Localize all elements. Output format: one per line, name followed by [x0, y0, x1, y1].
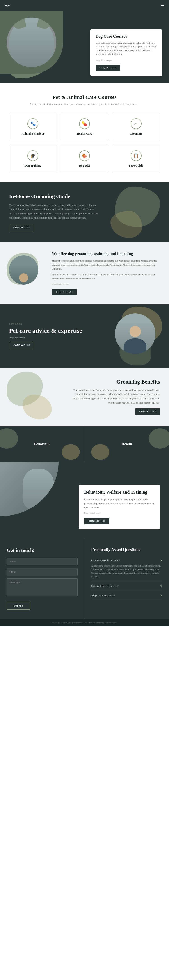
- faq-title: Frequently Asked Questions: [91, 547, 162, 552]
- courses-grid: 🐾 Animal Behaviour 💊 Health Care ✂ Groom…: [9, 113, 160, 173]
- grooming-contact-btn[interactable]: CONTACT US: [9, 224, 34, 231]
- offer-img-credit: Image from Freepik: [52, 282, 160, 285]
- petcare-person-head: [129, 326, 141, 337]
- petcare-content: PET CARE Pet care advice & expertise Ima…: [9, 323, 108, 349]
- faq-item-1[interactable]: Quisque fringilla nisl amet? ∨: [91, 581, 162, 591]
- petcare-contact-btn[interactable]: CONTACT US: [9, 342, 34, 349]
- hero-img-credit: Image from Freepik: [96, 59, 157, 62]
- benefits-section: Grooming Benefits The countdown is on! G…: [0, 368, 169, 426]
- footer: Copyright © 2023 All rights reserved | T…: [0, 619, 169, 627]
- dog-ear-left: [10, 18, 27, 30]
- message-group: [7, 578, 78, 597]
- hero-title: Dog Care Courses: [96, 34, 157, 39]
- welfare-card: Behaviour, Welfare and Training Lectus s…: [79, 485, 160, 529]
- course-label: Dog Diet: [64, 164, 105, 167]
- faq-item-0[interactable]: Praesent odio efficitur lorem? ∧ Aliquet…: [91, 556, 162, 581]
- behaviour-health-row: Behaviour Health: [0, 426, 169, 462]
- dog-ear-right: [37, 18, 54, 30]
- benefits-contact-btn[interactable]: CONTACT US: [135, 408, 160, 415]
- faq-question-1: Quisque fringilla nisl amet? ∨: [91, 584, 162, 588]
- behaviour-title: Behaviour: [34, 442, 50, 446]
- name-group: [7, 558, 78, 565]
- petcare-person-circle: [115, 313, 155, 354]
- course-grooming[interactable]: ✂ Grooming: [112, 113, 160, 141]
- course-free-guide[interactable]: 📋 Free Guide: [112, 145, 160, 173]
- faq-question-text-1: Quisque fringilla nisl amet?: [91, 584, 119, 587]
- faq-question-2: Aliquam sit amet dolor? ∨: [91, 593, 162, 597]
- benefits-content: Grooming Benefits The countdown is on! G…: [70, 379, 160, 415]
- health-blob: [149, 428, 169, 449]
- offer-desc1: Sit amet viverra nam libero justo laoree…: [52, 259, 160, 271]
- course-health-care[interactable]: 💊 Health Care: [61, 113, 108, 141]
- petcare-person-body: [124, 338, 147, 354]
- free-guide-icon: 📋: [131, 150, 142, 161]
- welfare-contact-btn[interactable]: CONTACT US: [84, 518, 109, 524]
- grooming-icon: ✂: [131, 118, 142, 129]
- faq-answer-0: Aliquet porta dolor sit amet, consectetu…: [91, 564, 162, 578]
- benefits-title: Grooming Benefits: [70, 379, 160, 385]
- person-silhouette: [9, 255, 38, 285]
- petcare-person-silhouette: [115, 313, 155, 354]
- welfare-section: Behaviour, Welfare and Training Lectus s…: [0, 462, 169, 538]
- health-item: Health: [84, 426, 169, 462]
- course-dog-diet[interactable]: 🍖 Dog Diet: [61, 145, 108, 173]
- petcare-img-credit: Image from Freepik: [9, 336, 108, 339]
- hero-card: Dog Care Courses Duis aute irure dolor i…: [90, 29, 162, 76]
- grooming-title: In-Home Grooming Guide: [9, 193, 99, 199]
- courses-subtitle: Sullam nec nisi at interdum nunc diam. I…: [9, 102, 160, 106]
- benefits-blob-gold: [22, 395, 52, 419]
- dog-diet-icon: 🍖: [79, 150, 90, 161]
- grooming-description: The countdown is on! Grab your shoes, pl…: [9, 203, 99, 220]
- dog-circle: [7, 18, 56, 67]
- welfare-dog-inner: [0, 462, 59, 516]
- grooming-blob-gold: [110, 211, 142, 238]
- grooming-section: In-Home Grooming Guide The countdown is …: [0, 182, 169, 243]
- faq-chevron-1: ∨: [160, 584, 162, 588]
- email-group: [7, 568, 78, 576]
- offer-content: We offer dog grooming, training, and boa…: [52, 251, 160, 295]
- faq-panel: Frequently Asked Questions Praesent odio…: [84, 538, 169, 619]
- faq-question-0: Praesent odio efficitur lorem? ∧: [91, 558, 162, 562]
- welfare-dog-image: [0, 462, 59, 516]
- hero-contact-btn[interactable]: CONTACT US: [96, 65, 120, 71]
- faq-question-text-2: Aliquam sit amet dolor?: [91, 594, 115, 597]
- offer-title: We offer dog grooming, training, and boa…: [52, 251, 160, 256]
- course-label: Free Guide: [116, 164, 156, 167]
- course-animal-behaviour[interactable]: 🐾 Animal Behaviour: [9, 113, 57, 141]
- behaviour-blob: [0, 428, 18, 449]
- health-title: Health: [121, 442, 132, 446]
- email-input[interactable]: [7, 568, 78, 576]
- course-label: Animal Behaviour: [13, 132, 53, 135]
- offer-person-circle: [9, 255, 38, 285]
- faq-chevron-2: ∨: [160, 593, 162, 597]
- get-in-touch-title: Get in touch!: [7, 547, 78, 553]
- petcare-label: PET CARE: [9, 323, 108, 325]
- course-label: Health Care: [64, 132, 105, 135]
- petcare-image-wrap: [115, 313, 160, 358]
- faq-item-2[interactable]: Aliquam sit amet dolor? ∨: [91, 591, 162, 600]
- bottom-section: Get in touch! SUBMIT Frequently Asked Qu…: [0, 538, 169, 619]
- welfare-desc: Lectus sit amet nisl placerat in egestas…: [84, 498, 155, 509]
- welfare-dog-shape: [22, 469, 54, 509]
- health-blob2: [91, 444, 109, 460]
- welfare-title: Behaviour, Welfare and Training: [84, 490, 155, 495]
- offer-image-wrap: [9, 255, 45, 291]
- course-dog-training[interactable]: 🎓 Dog Training: [9, 145, 57, 173]
- animal-behaviour-icon: 🐾: [27, 118, 38, 129]
- dog-silhouette: [9, 18, 54, 67]
- navigation: logo ☰: [0, 0, 169, 11]
- get-in-touch-panel: Get in touch! SUBMIT: [0, 538, 84, 619]
- submit-btn[interactable]: SUBMIT: [7, 602, 30, 610]
- health-care-icon: 💊: [79, 118, 90, 129]
- hamburger-icon[interactable]: ☰: [161, 3, 164, 8]
- message-input[interactable]: [7, 578, 78, 597]
- behaviour-item: Behaviour: [0, 426, 84, 462]
- offer-section: We offer dog grooming, training, and boa…: [0, 242, 169, 304]
- offer-contact-btn[interactable]: CONTACT US: [52, 289, 77, 296]
- benefits-description: The countdown is on! Grab your shoes, pl…: [70, 388, 160, 405]
- behaviour-blob2: [62, 444, 80, 460]
- hero-section: Dog Care Courses Duis aute irure dolor i…: [0, 11, 169, 83]
- name-input[interactable]: [7, 558, 78, 565]
- person-head: [19, 273, 28, 282]
- welfare-img-credit: Image from Freepik: [84, 511, 155, 514]
